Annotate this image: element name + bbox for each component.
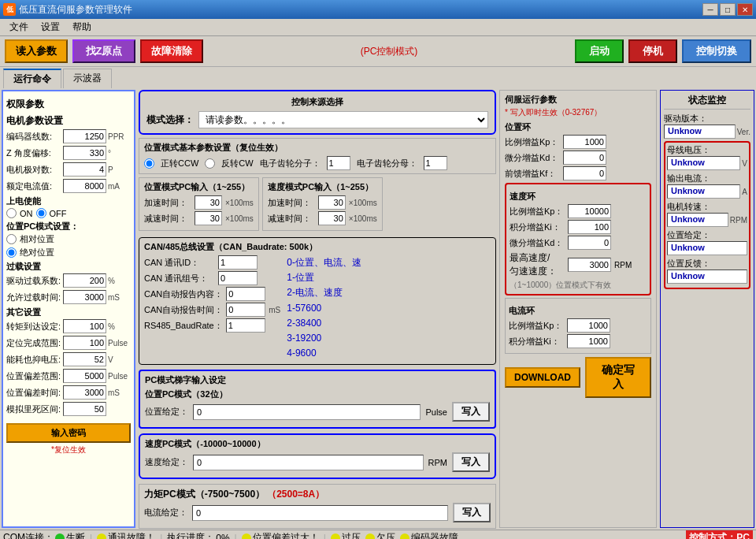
pos-decel-input[interactable] [195,211,222,225]
can-group-input[interactable] [218,271,258,285]
pos-devi-range-label: 位置偏差范围: [6,370,61,382]
current-prop-gain-input[interactable] [567,318,610,333]
baud-note1: 1-57600 [287,301,361,316]
rotate-dist-unit: % [108,322,132,331]
set-origin-button[interactable]: 找Z原点 [72,39,135,63]
output-current-value: Unknow [667,184,740,199]
tab-oscilloscope[interactable]: 示波器 [63,69,112,88]
encoder-fault-label: 编码器故障 [411,531,458,539]
max-speed-input[interactable] [568,258,611,272]
speed-decel-input[interactable] [318,211,346,225]
menu-help[interactable]: 帮助 [66,19,98,35]
current-given-input[interactable] [192,505,448,521]
motor-speed-label: 电机转速： [667,201,747,213]
encoder-fault-item: 编码器故障 [400,531,458,539]
current-prop-gain-row: 比例增益Kp： [509,318,647,333]
energy-save-unit: V [108,355,132,364]
bus-voltage-item: 母线电压： Unknow V [667,144,747,170]
speed-write-button[interactable]: 写入 [452,452,490,472]
speed-int-gain-label: 积分增益Ki： [510,221,565,233]
energy-save-input[interactable] [63,352,106,366]
can-id-input[interactable] [218,255,258,270]
torque-write-button[interactable]: 写入 [453,503,491,522]
rotate-dist-input[interactable] [63,319,106,333]
dead-zone-input[interactable] [63,402,106,416]
overload-time-input[interactable] [63,290,106,304]
start-button[interactable]: 启动 [575,39,624,63]
menu-file[interactable]: 文件 [3,19,35,35]
can-report-time-input[interactable] [226,303,265,317]
confirm-write-button[interactable]: 确定写入 [585,357,651,398]
relative-pos-radio[interactable] [6,234,17,244]
pos-accel-row: 加速时间： ×100ms [144,195,254,210]
numerator-input[interactable] [327,156,350,170]
menu-settings[interactable]: 设置 [35,19,66,35]
ccw-radio[interactable] [144,158,154,169]
overload-coef-label: 驱动过载系数: [6,275,61,287]
input-password-button[interactable]: 输入密码 [6,423,131,443]
speed-accel-input[interactable] [318,195,346,210]
download-button[interactable]: DOWNLOAD [505,367,580,388]
pos-set-value: Unknow [667,241,747,255]
pos-prop-gain-row: 比例增益Kp： [505,135,651,149]
close-button[interactable]: ✕ [737,3,753,16]
motor-speed-item: 电机转速： Unknow RPM [667,201,747,227]
stop-button[interactable]: 停机 [628,39,677,63]
pos-write-button[interactable]: 写入 [452,402,490,422]
pos-given-input[interactable] [193,404,421,420]
speed-prop-gain-input[interactable] [568,204,611,218]
encoder-input[interactable] [63,129,106,143]
motor-speed-unit: RPM [730,216,747,225]
z-angle-input[interactable] [63,146,106,160]
speed-given-input[interactable] [193,455,424,470]
baud-note4: 4-9600 [287,346,361,361]
on-radio[interactable] [6,208,17,218]
pos-accel-input[interactable] [195,195,222,210]
minimize-button[interactable]: ─ [702,3,718,16]
current-prop-gain-label: 比例增益Kp： [509,320,564,332]
power-enable-row: ON OFF [6,208,131,218]
relative-pos-label: 相对位置 [20,233,54,245]
current-int-gain-input[interactable] [567,334,610,348]
off-radio[interactable] [36,208,46,218]
control-source-box: 控制来源选择 模式选择： 请读参数。。。。。 [139,90,496,135]
cw-radio[interactable] [205,158,215,169]
pole-pairs-input[interactable] [63,162,106,177]
pos-accel-label: 加速时间： [144,197,191,209]
absolute-pos-radio[interactable] [6,247,17,258]
feedforward-gain-row: 前馈增益Kf： [505,166,651,180]
control-mode-item: 控制方式：PC [686,530,753,539]
overload-coef-input[interactable] [63,273,106,288]
driver-version-label: 驱动版本： [664,113,750,125]
maximize-button[interactable]: □ [720,3,736,16]
can-baud-rate-input[interactable] [226,318,265,333]
off-label: OFF [50,209,67,218]
control-mode-label: 控制方式：PC [686,530,753,539]
switch-control-button[interactable]: 控制切换 [682,39,751,63]
read-params-button[interactable]: 读入参数 [5,39,68,63]
overload-time-unit: mS [108,293,132,302]
pos-prop-gain-input[interactable] [563,135,606,149]
speed-loop-title: 速度环 [510,191,647,203]
pos-complete-input[interactable] [63,336,106,350]
speed-diff-gain-input[interactable] [568,236,611,250]
can-report-content-input[interactable] [226,287,265,301]
feedforward-gain-input[interactable] [563,166,606,180]
bus-voltage-label: 母线电压： [667,144,747,156]
rated-current-input[interactable] [63,179,106,193]
speed-given-unit: RPM [428,458,447,467]
comm-fault-indicator [97,533,106,540]
pos-devi-time-row: 位置偏差时间: mS [6,385,131,400]
mode-select-dropdown[interactable]: 请读参数。。。。。 [198,111,488,128]
encoder-label: 编码器线数: [6,131,61,143]
speed-decel-unit: ×100ms [349,214,377,223]
pos-accel-unit: ×100ms [225,199,254,207]
pos-devi-range-input[interactable] [63,369,106,383]
speed-int-gain-input[interactable] [568,220,611,234]
tab-run-command[interactable]: 运行命令 [3,69,61,88]
speed-prop-gain-label: 比例增益Kp： [510,206,565,217]
clear-fault-button[interactable]: 故障清除 [140,39,203,63]
denominator-input[interactable] [424,156,447,170]
pos-devi-time-input[interactable] [63,385,106,400]
pos-diff-gain-input[interactable] [563,151,606,165]
